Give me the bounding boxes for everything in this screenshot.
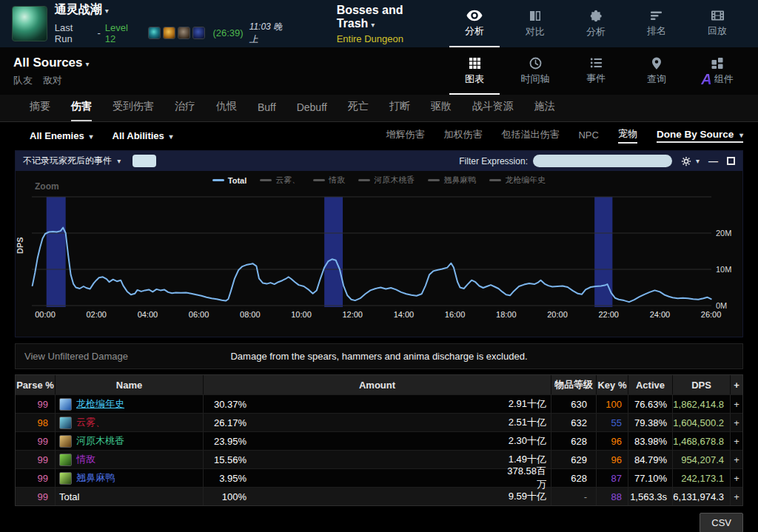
tab-10[interactable]: 战斗资源	[472, 100, 514, 121]
column-header-7[interactable]: +	[731, 375, 742, 394]
sources-dropdown[interactable]: All Sources▾	[13, 55, 90, 70]
filter-link-3[interactable]: NPC	[578, 129, 598, 142]
chevron-down-icon: ▾	[87, 132, 93, 141]
pin-icon	[651, 57, 662, 70]
column-header-6[interactable]: DPS	[673, 375, 731, 394]
column-header-0[interactable]: Parse %	[16, 375, 56, 394]
chevron-down-icon: ▾	[371, 21, 375, 29]
legend-item-3[interactable]: 河原木桃香	[358, 175, 415, 186]
nav-label: 组件	[714, 73, 734, 86]
tab-4[interactable]: 仇恨	[216, 100, 237, 121]
minimize-icon[interactable]: —	[708, 158, 718, 165]
legend-label: 情敌	[329, 175, 345, 186]
filter-link-1[interactable]: 加权伤害	[443, 128, 482, 143]
nav-label: 对比	[526, 25, 545, 38]
chart-settings-button[interactable]: ▾	[681, 156, 700, 166]
legend-item-0[interactable]: Total	[212, 176, 246, 185]
maximize-icon[interactable]	[727, 157, 735, 165]
legend-item-1[interactable]: 云雾、	[260, 175, 300, 186]
affix-icon[interactable]	[148, 27, 161, 39]
sources-title: All Sources	[13, 55, 83, 70]
tab-2[interactable]: 受到伤害	[113, 100, 154, 121]
tab-6[interactable]: Debuff	[297, 101, 327, 121]
nav-compare[interactable]: 对比	[505, 0, 566, 47]
expand-row-button[interactable]: +	[731, 414, 742, 431]
amount-value: 2.30十亿	[503, 434, 551, 448]
tab-11[interactable]: 施法	[534, 100, 555, 121]
column-header-4[interactable]: Key %	[597, 375, 628, 394]
nav-analyze[interactable]: 分析	[444, 0, 505, 47]
friendlies-link[interactable]: 队友	[13, 74, 33, 87]
expand-row-button[interactable]: +	[731, 432, 742, 450]
nav-replay[interactable]: 回放	[687, 0, 748, 47]
filter-expression-input[interactable]	[533, 155, 672, 167]
x-axis-label: 18:00	[496, 310, 517, 319]
parse-cell[interactable]: 99	[16, 488, 56, 505]
column-header-1[interactable]: Name	[56, 375, 204, 394]
parse-cell[interactable]: 99	[16, 451, 56, 468]
done-by-dropdown[interactable]: Done By Source ▾	[657, 129, 743, 143]
expand-row-button[interactable]: +	[731, 395, 742, 413]
expand-row-button[interactable]: +	[731, 451, 742, 468]
nav-components[interactable]: A组件	[687, 47, 748, 95]
death-filter-dropdown[interactable]: 不记录玩家死后的事件 ▾	[23, 155, 121, 167]
expand-row-button[interactable]: +	[731, 469, 742, 487]
column-header-2[interactable]: Amount	[204, 375, 551, 394]
legend-line	[313, 179, 325, 181]
dps-chart[interactable]: 0M10M20M00:0002:0004:0006:0008:0010:0012…	[16, 171, 742, 337]
nav-analysis[interactable]: 分析	[566, 0, 626, 47]
column-header-3[interactable]: 物品等级	[551, 375, 597, 394]
player-name-link[interactable]: 云雾、	[76, 416, 105, 429]
ranking-icon	[650, 10, 663, 21]
parse-cell[interactable]: 99	[16, 469, 56, 487]
nav-queries[interactable]: 查询	[626, 47, 687, 95]
fight-dropdown[interactable]: Bosses and Trash▾	[337, 4, 444, 30]
player-name-link[interactable]: 龙枪编年史	[76, 397, 124, 411]
tab-7[interactable]: 死亡	[348, 100, 369, 121]
spec-icon	[59, 417, 72, 429]
affix-icon[interactable]	[163, 27, 175, 39]
filter-link-2[interactable]: 包括溢出伤害	[501, 128, 559, 143]
legend-item-5[interactable]: 龙枪编年史	[489, 175, 546, 186]
run-clock-time: 11:03 晚上	[249, 21, 291, 46]
parse-cell[interactable]: 99	[16, 432, 56, 450]
filter-link-0[interactable]: 增辉伤害	[386, 128, 424, 143]
spec-icon	[59, 435, 72, 448]
filter-dropdown-1[interactable]: All Abilities ▾	[113, 130, 173, 141]
filter-dropdown-0[interactable]: All Enemies ▾	[30, 130, 93, 141]
nav-label: 分析	[586, 25, 606, 38]
legend-item-4[interactable]: 翘鼻麻鸭	[428, 175, 476, 186]
tab-3[interactable]: 治疗	[175, 100, 195, 121]
tab-0[interactable]: 摘要	[30, 100, 50, 121]
tab-1[interactable]: 伤害	[71, 100, 92, 121]
nav-events[interactable]: 事件	[566, 47, 626, 95]
nav-timeline[interactable]: 时间轴	[505, 47, 566, 95]
legend-line	[358, 179, 370, 181]
report-header: 通灵战潮▾ Last Run - Level 12 (26:39) 11:03 …	[0, 0, 758, 47]
column-header-5[interactable]: Active	[628, 375, 673, 394]
tab-8[interactable]: 打断	[389, 100, 410, 121]
nav-rankings[interactable]: 排名	[626, 0, 687, 47]
parse-cell[interactable]: 99	[16, 395, 56, 413]
nav-graphs[interactable]: 图表	[444, 47, 505, 95]
y-axis-label: 20M	[716, 229, 731, 238]
tab-5[interactable]: Buff	[258, 101, 276, 121]
dungeon-title-dropdown[interactable]: 通灵战潮▾	[55, 2, 291, 18]
enemies-link[interactable]: 敌对	[43, 74, 62, 87]
fight-subtitle: Entire Dungeon	[337, 33, 444, 44]
expand-row-button[interactable]: +	[731, 488, 742, 505]
player-name-link[interactable]: 翘鼻麻鸭	[76, 471, 115, 485]
legend-item-2[interactable]: 情敌	[313, 175, 345, 186]
tab-9[interactable]: 驱散	[431, 100, 452, 121]
nav-label: 排名	[647, 24, 666, 38]
toolbar-toggle-button[interactable]	[133, 155, 156, 167]
player-name-link[interactable]: 河原木桃香	[76, 434, 124, 448]
affix-icon[interactable]	[192, 27, 205, 39]
x-axis-label: 00:00	[35, 310, 56, 319]
amount-cell: 30.37%2.91十亿	[204, 395, 551, 413]
csv-export-button[interactable]: CSV	[700, 513, 743, 532]
filter-link-4[interactable]: 宠物	[618, 127, 637, 144]
affix-icon[interactable]	[178, 27, 190, 39]
player-name-link[interactable]: 情敌	[76, 453, 95, 466]
parse-cell[interactable]: 98	[16, 414, 56, 431]
